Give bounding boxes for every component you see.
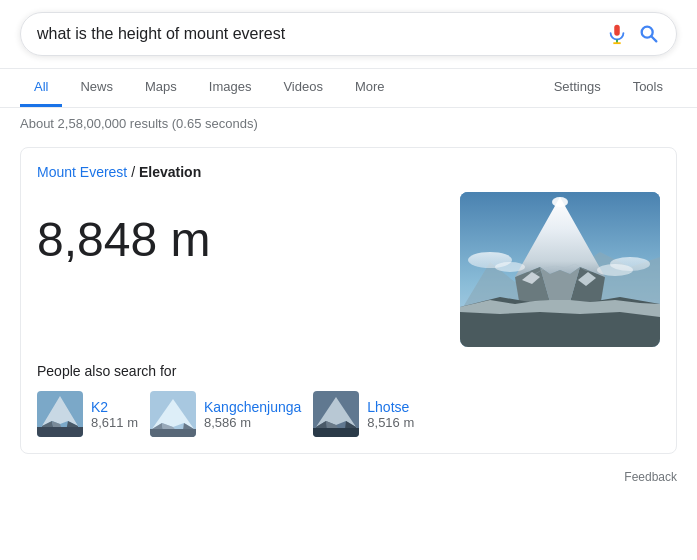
k2-thumb <box>37 391 83 437</box>
lhotse-info: Lhotse 8,516 m <box>367 399 414 430</box>
tab-more[interactable]: More <box>341 69 399 107</box>
tab-videos[interactable]: Videos <box>269 69 337 107</box>
k2-elevation: 8,611 m <box>91 415 138 430</box>
info-card: Mount Everest / Elevation 8,848 m <box>20 147 677 454</box>
tab-settings[interactable]: Settings <box>540 69 615 107</box>
breadcrumb: Mount Everest / Elevation <box>37 164 660 180</box>
kang-elevation: 8,586 m <box>204 415 301 430</box>
search-icon[interactable] <box>638 23 660 45</box>
svg-point-18 <box>495 262 525 272</box>
also-search-items: K2 8,611 m Kangchenjun <box>37 391 660 437</box>
search-input[interactable] <box>37 25 606 43</box>
everest-svg <box>460 192 660 347</box>
also-search-section: People also search for K2 8,611 m <box>37 363 660 437</box>
lhotse-thumb <box>313 391 359 437</box>
svg-rect-0 <box>614 25 620 36</box>
svg-point-19 <box>597 264 633 276</box>
svg-rect-38 <box>313 428 359 437</box>
feedback-link[interactable]: Feedback <box>624 470 677 484</box>
search-icons <box>606 23 660 45</box>
svg-rect-32 <box>150 429 196 437</box>
lhotse-elevation: 8,516 m <box>367 415 414 430</box>
kang-info: Kangchenjunga 8,586 m <box>204 399 301 430</box>
also-search-kang[interactable]: Kangchenjunga 8,586 m <box>150 391 301 437</box>
feedback-section: Feedback <box>0 462 697 492</box>
breadcrumb-current: Elevation <box>139 164 201 180</box>
header <box>0 0 697 69</box>
tab-tools[interactable]: Tools <box>619 69 677 107</box>
tab-images[interactable]: Images <box>195 69 266 107</box>
also-search-title: People also search for <box>37 363 660 379</box>
nav-tabs: All News Maps Images Videos More Setting… <box>0 69 697 108</box>
also-search-k2[interactable]: K2 8,611 m <box>37 391 138 437</box>
k2-info: K2 8,611 m <box>91 399 138 430</box>
svg-line-4 <box>651 36 656 41</box>
breadcrumb-separator: / <box>131 164 139 180</box>
results-count: About 2,58,00,000 results (0.65 seconds) <box>0 108 697 139</box>
kang-thumb <box>150 391 196 437</box>
also-search-lhotse[interactable]: Lhotse 8,516 m <box>313 391 414 437</box>
k2-name: K2 <box>91 399 138 415</box>
search-bar[interactable] <box>20 12 677 56</box>
tab-news[interactable]: News <box>66 69 127 107</box>
tab-all[interactable]: All <box>20 69 62 107</box>
card-content: 8,848 m <box>37 192 660 347</box>
svg-point-20 <box>552 197 568 207</box>
nav-right: Settings Tools <box>540 69 677 107</box>
mic-icon[interactable] <box>606 23 628 45</box>
elevation-value: 8,848 m <box>37 192 444 287</box>
tab-maps[interactable]: Maps <box>131 69 191 107</box>
results-count-text: About 2,58,00,000 results (0.65 seconds) <box>20 116 258 131</box>
breadcrumb-link[interactable]: Mount Everest <box>37 164 127 180</box>
kang-name: Kangchenjunga <box>204 399 301 415</box>
svg-rect-26 <box>37 427 83 437</box>
lhotse-name: Lhotse <box>367 399 414 415</box>
mountain-image <box>460 192 660 347</box>
